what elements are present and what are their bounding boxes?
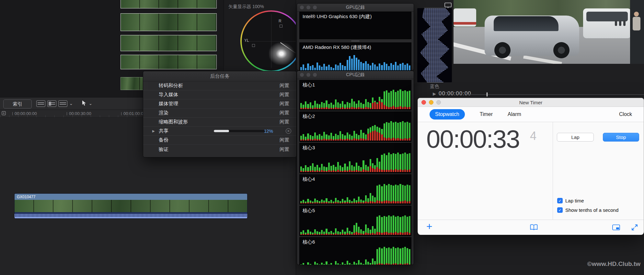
gpu-usage-graph bbox=[300, 21, 410, 38]
clip-filmstrip[interactable] bbox=[121, 13, 217, 31]
gpu-window-titlebar[interactable]: GPU記錄 bbox=[297, 4, 414, 12]
task-label: 备份 bbox=[159, 137, 168, 143]
task-row: 媒体管理 闲置 bbox=[143, 99, 296, 109]
cpu-usage-graph bbox=[300, 183, 410, 203]
cpu-core-name: 核心4 bbox=[300, 175, 411, 183]
ruler-timecode: 00:01:00:00 bbox=[121, 111, 146, 116]
clip-filmstrip[interactable] bbox=[121, 0, 217, 8]
task-label: 转码和分析 bbox=[159, 83, 183, 89]
task-row: 备份 闲置 bbox=[143, 136, 296, 145]
timeline-clip[interactable]: GX010477 bbox=[14, 193, 247, 219]
clip-filmstrip[interactable] bbox=[121, 35, 217, 51]
tab-alarm[interactable]: Alarm bbox=[508, 111, 521, 117]
ruler-timecode: 00:00:00:00 bbox=[12, 111, 37, 116]
lap-time-checkbox[interactable]: ✓ Lap time bbox=[557, 198, 584, 203]
clip-appearance-icon-list[interactable] bbox=[58, 100, 67, 107]
tab-stopwatch[interactable]: Stopwatch bbox=[430, 109, 465, 120]
background-tasks-titlebar[interactable]: 后台任务 bbox=[143, 71, 296, 81]
vectorscope-r-label: R bbox=[279, 19, 282, 23]
show-tenths-checkbox[interactable]: ✓ Show tenths of a second bbox=[557, 207, 618, 213]
cpu-history-window: CPU記錄 核心1 核心2 核心3 核心4 核心5 核心6 bbox=[297, 71, 414, 265]
clip-filmstrip[interactable] bbox=[121, 55, 217, 69]
background-tasks-window: 后台任务 转码和分析 闲置 导入媒体 闲置 媒体管理 闲置 渲染 闲置 缩略图和… bbox=[143, 71, 297, 157]
cpu-core-block: 核心5 bbox=[299, 206, 411, 236]
task-label: 共享 bbox=[159, 128, 168, 134]
vectorscope-r-target-box bbox=[280, 25, 282, 28]
cpu-usage-graph bbox=[300, 120, 410, 141]
new-timer-window: New Timer Stopwatch Timer Alarm Clock 00… bbox=[418, 98, 644, 234]
cpu-core-block: 核心4 bbox=[299, 174, 411, 205]
task-label: 渲染 bbox=[159, 110, 168, 116]
timeline-origin-icon[interactable] bbox=[2, 111, 6, 117]
play-icon[interactable]: ▶ bbox=[433, 91, 436, 96]
viewer-scrubber[interactable] bbox=[467, 94, 644, 95]
task-row: 渲染 闲置 bbox=[143, 109, 296, 118]
stopwatch-tenths: 4 bbox=[530, 129, 536, 143]
task-row: 转码和分析 闲置 bbox=[143, 81, 296, 90]
share-progress-bar bbox=[214, 130, 265, 132]
task-status: 闲置 bbox=[280, 101, 289, 107]
minimize-button bbox=[306, 6, 310, 9]
task-label: 验证 bbox=[159, 146, 168, 153]
task-status: 闲置 bbox=[280, 92, 289, 98]
cpu-window-titlebar[interactable]: CPU記錄 bbox=[297, 71, 414, 79]
tab-clock[interactable]: Clock bbox=[619, 111, 632, 117]
gpu-window-title: GPU記錄 bbox=[346, 5, 365, 10]
select-tool-icon[interactable] bbox=[82, 100, 86, 107]
checkbox-checked-icon[interactable]: ✓ bbox=[557, 207, 563, 213]
timer-tab-bar: Stopwatch Timer Alarm Clock bbox=[418, 107, 644, 122]
cpu-core-block: 核心6 bbox=[299, 237, 411, 265]
task-label: 缩略图和波形 bbox=[159, 119, 188, 125]
chevron-down-icon[interactable]: ⌄ bbox=[89, 101, 92, 106]
tab-timer[interactable]: Timer bbox=[480, 111, 493, 117]
close-button bbox=[421, 100, 426, 105]
ruler-timecode: 00:00:30:00 bbox=[67, 111, 91, 116]
cpu-core-block: 核心1 bbox=[299, 80, 411, 110]
viewer-video bbox=[454, 0, 644, 64]
reader-icon[interactable] bbox=[530, 224, 538, 232]
stopwatch-time: 00:00:33 bbox=[426, 126, 520, 153]
watermark: ©www.HD.Club.tw bbox=[587, 260, 640, 268]
plus-icon[interactable]: + bbox=[426, 221, 432, 233]
lap-button[interactable]: Lap bbox=[557, 133, 594, 142]
chevron-down-icon[interactable]: ⌄ bbox=[69, 101, 73, 106]
disclosure-triangle-icon[interactable]: ▶ bbox=[152, 129, 155, 133]
checkbox-checked-icon[interactable]: ✓ bbox=[557, 198, 563, 203]
pane-divider bbox=[553, 122, 553, 220]
scrubber-playhead[interactable] bbox=[487, 92, 488, 97]
cpu-core-name: 核心6 bbox=[300, 237, 411, 246]
clip-appearance-icon-split[interactable] bbox=[47, 100, 56, 107]
cpu-usage-graph bbox=[300, 152, 410, 172]
cpu-core-name: 核心5 bbox=[300, 206, 411, 215]
task-status: 闲置 bbox=[280, 110, 289, 116]
index-button[interactable]: 索引 bbox=[3, 99, 32, 109]
zoom-button bbox=[436, 100, 441, 105]
cancel-icon[interactable]: ✕ bbox=[286, 128, 291, 134]
checkbox-label: Show tenths of a second bbox=[565, 207, 618, 213]
checkbox-label: Lap time bbox=[565, 198, 584, 203]
window-buttons[interactable] bbox=[300, 6, 317, 9]
task-status: 闲置 bbox=[280, 137, 289, 143]
timer-bottom-toolbar: + bbox=[418, 220, 644, 235]
close-button bbox=[300, 6, 304, 9]
cpu-usage-graph bbox=[300, 246, 410, 265]
clip-filmstrip-thumbnails bbox=[15, 200, 247, 212]
vectorscope-yl-label: YL bbox=[244, 38, 249, 43]
cpu-core-name: 核心3 bbox=[300, 143, 411, 152]
waveform-trace bbox=[417, 8, 452, 82]
gpu-history-window: GPU記錄 Intel® UHD Graphics 630 (內建) AMD R… bbox=[297, 3, 414, 71]
window-buttons[interactable] bbox=[300, 73, 317, 77]
task-row-sharing: ▶ 共享 12% ✕ bbox=[143, 127, 296, 136]
vectorscope-title: 矢量显示器 100% bbox=[228, 4, 264, 10]
gpu-device-block: AMD Radeon RX 580 (連接埠4) bbox=[299, 42, 411, 71]
expand-icon[interactable] bbox=[631, 224, 638, 232]
timer-titlebar[interactable]: New Timer bbox=[418, 98, 644, 107]
picture-in-picture-icon[interactable] bbox=[612, 224, 620, 232]
clip-appearance-icon-filmstrip[interactable] bbox=[36, 100, 45, 107]
cpu-core-block: 核心3 bbox=[299, 143, 411, 173]
stop-button[interactable]: Stop bbox=[603, 133, 639, 142]
truck-shape bbox=[454, 8, 476, 27]
viewer-timecode: 00:00:00:00 bbox=[439, 90, 471, 97]
window-buttons[interactable] bbox=[421, 100, 441, 105]
task-status: 闲置 bbox=[280, 83, 289, 89]
